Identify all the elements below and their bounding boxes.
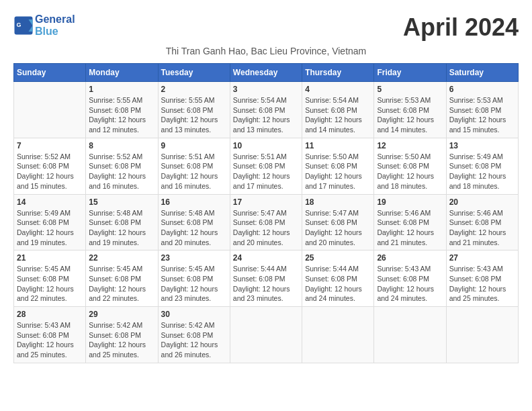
calendar-day-cell: 12Sunrise: 5:50 AM Sunset: 6:08 PM Dayli… <box>374 138 446 194</box>
calendar-day-cell: 1Sunrise: 5:55 AM Sunset: 6:08 PM Daylig… <box>86 82 158 138</box>
weekday-header-thursday: Thursday <box>302 64 374 82</box>
day-number: 21 <box>17 253 83 263</box>
day-number: 29 <box>89 310 154 319</box>
calendar-day-cell: 6Sunrise: 5:53 AM Sunset: 6:08 PM Daylig… <box>446 82 518 138</box>
day-number: 22 <box>89 253 154 263</box>
day-number: 24 <box>233 253 299 263</box>
calendar-week-row: 14Sunrise: 5:49 AM Sunset: 6:08 PM Dayli… <box>14 194 519 250</box>
day-number: 3 <box>233 85 299 94</box>
calendar-day-cell: 13Sunrise: 5:49 AM Sunset: 6:08 PM Dayli… <box>446 138 518 194</box>
day-info: Sunrise: 5:50 AM Sunset: 6:08 PM Dayligh… <box>305 152 371 191</box>
day-number: 2 <box>161 85 227 94</box>
day-info: Sunrise: 5:51 AM Sunset: 6:08 PM Dayligh… <box>233 152 299 191</box>
day-number: 7 <box>17 141 83 150</box>
day-info: Sunrise: 5:43 AM Sunset: 6:08 PM Dayligh… <box>377 264 443 304</box>
calendar-day-cell: 10Sunrise: 5:51 AM Sunset: 6:08 PM Dayli… <box>230 138 302 194</box>
logo-line2: Blue <box>35 26 75 38</box>
day-number: 5 <box>377 85 443 94</box>
calendar-day-cell: 27Sunrise: 5:43 AM Sunset: 6:08 PM Dayli… <box>446 250 518 307</box>
day-info: Sunrise: 5:47 AM Sunset: 6:08 PM Dayligh… <box>233 208 299 248</box>
calendar-day-cell: 28Sunrise: 5:43 AM Sunset: 6:08 PM Dayli… <box>14 307 86 363</box>
day-info: Sunrise: 5:53 AM Sunset: 6:08 PM Dayligh… <box>377 95 443 135</box>
page-title: April 2024 <box>403 13 519 42</box>
calendar-day-cell: 19Sunrise: 5:46 AM Sunset: 6:08 PM Dayli… <box>374 194 446 250</box>
day-number: 12 <box>377 141 443 150</box>
weekday-header-wednesday: Wednesday <box>230 64 302 82</box>
day-number: 23 <box>161 253 227 263</box>
day-number: 13 <box>449 141 515 150</box>
day-info: Sunrise: 5:45 AM Sunset: 6:08 PM Dayligh… <box>161 264 227 304</box>
day-info: Sunrise: 5:42 AM Sunset: 6:08 PM Dayligh… <box>89 320 154 360</box>
day-info: Sunrise: 5:46 AM Sunset: 6:08 PM Dayligh… <box>449 208 515 248</box>
calendar-day-cell: 8Sunrise: 5:52 AM Sunset: 6:08 PM Daylig… <box>86 138 158 194</box>
day-number: 30 <box>161 310 227 319</box>
calendar-day-cell: 5Sunrise: 5:53 AM Sunset: 6:08 PM Daylig… <box>374 82 446 138</box>
day-info: Sunrise: 5:50 AM Sunset: 6:08 PM Dayligh… <box>377 152 443 191</box>
day-number: 9 <box>161 141 227 150</box>
day-info: Sunrise: 5:52 AM Sunset: 6:08 PM Dayligh… <box>17 152 83 191</box>
day-number: 28 <box>17 310 83 319</box>
calendar-day-cell <box>230 307 302 363</box>
day-number: 6 <box>449 85 515 94</box>
day-info: Sunrise: 5:47 AM Sunset: 6:08 PM Dayligh… <box>305 208 371 248</box>
day-number: 11 <box>305 141 371 150</box>
day-info: Sunrise: 5:45 AM Sunset: 6:08 PM Dayligh… <box>17 264 83 304</box>
day-info: Sunrise: 5:49 AM Sunset: 6:08 PM Dayligh… <box>449 152 515 191</box>
day-info: Sunrise: 5:45 AM Sunset: 6:08 PM Dayligh… <box>89 264 154 304</box>
day-info: Sunrise: 5:48 AM Sunset: 6:08 PM Dayligh… <box>161 208 227 248</box>
day-number: 14 <box>17 197 83 207</box>
weekday-header-tuesday: Tuesday <box>158 64 230 82</box>
calendar-day-cell: 26Sunrise: 5:43 AM Sunset: 6:08 PM Dayli… <box>374 250 446 307</box>
weekday-header-saturday: Saturday <box>446 64 518 82</box>
day-info: Sunrise: 5:43 AM Sunset: 6:08 PM Dayligh… <box>17 320 83 360</box>
day-info: Sunrise: 5:54 AM Sunset: 6:08 PM Dayligh… <box>233 95 299 135</box>
calendar-day-cell: 23Sunrise: 5:45 AM Sunset: 6:08 PM Dayli… <box>158 250 230 307</box>
calendar-day-cell: 16Sunrise: 5:48 AM Sunset: 6:08 PM Dayli… <box>158 194 230 250</box>
day-info: Sunrise: 5:55 AM Sunset: 6:08 PM Dayligh… <box>89 95 154 135</box>
day-number: 8 <box>89 141 154 150</box>
calendar-day-cell: 20Sunrise: 5:46 AM Sunset: 6:08 PM Dayli… <box>446 194 518 250</box>
calendar-day-cell: 15Sunrise: 5:48 AM Sunset: 6:08 PM Dayli… <box>86 194 158 250</box>
day-info: Sunrise: 5:46 AM Sunset: 6:08 PM Dayligh… <box>377 208 443 248</box>
day-number: 1 <box>89 85 154 94</box>
calendar-day-cell <box>14 82 86 138</box>
location-subtitle: Thi Tran Ganh Hao, Bac Lieu Province, Vi… <box>13 46 519 56</box>
day-number: 18 <box>305 197 371 207</box>
logo-line1: General <box>35 13 75 26</box>
calendar-day-cell: 22Sunrise: 5:45 AM Sunset: 6:08 PM Dayli… <box>86 250 158 307</box>
day-info: Sunrise: 5:44 AM Sunset: 6:08 PM Dayligh… <box>305 264 371 304</box>
calendar-week-row: 21Sunrise: 5:45 AM Sunset: 6:08 PM Dayli… <box>14 250 519 307</box>
calendar-day-cell: 11Sunrise: 5:50 AM Sunset: 6:08 PM Dayli… <box>302 138 374 194</box>
calendar-week-row: 1Sunrise: 5:55 AM Sunset: 6:08 PM Daylig… <box>14 82 519 138</box>
day-info: Sunrise: 5:42 AM Sunset: 6:08 PM Dayligh… <box>161 320 227 360</box>
calendar-day-cell: 21Sunrise: 5:45 AM Sunset: 6:08 PM Dayli… <box>14 250 86 307</box>
calendar-day-cell: 14Sunrise: 5:49 AM Sunset: 6:08 PM Dayli… <box>14 194 86 250</box>
day-info: Sunrise: 5:53 AM Sunset: 6:08 PM Dayligh… <box>449 95 515 135</box>
day-number: 19 <box>377 197 443 207</box>
calendar-day-cell: 17Sunrise: 5:47 AM Sunset: 6:08 PM Dayli… <box>230 194 302 250</box>
calendar-day-cell: 29Sunrise: 5:42 AM Sunset: 6:08 PM Dayli… <box>86 307 158 363</box>
calendar-week-row: 28Sunrise: 5:43 AM Sunset: 6:08 PM Dayli… <box>14 307 519 363</box>
calendar-day-cell <box>302 307 374 363</box>
day-info: Sunrise: 5:43 AM Sunset: 6:08 PM Dayligh… <box>449 264 515 304</box>
calendar-day-cell: 3Sunrise: 5:54 AM Sunset: 6:08 PM Daylig… <box>230 82 302 138</box>
day-number: 20 <box>449 197 515 207</box>
calendar-week-row: 7Sunrise: 5:52 AM Sunset: 6:08 PM Daylig… <box>14 138 519 194</box>
day-number: 25 <box>305 253 371 263</box>
day-number: 16 <box>161 197 227 207</box>
day-info: Sunrise: 5:55 AM Sunset: 6:08 PM Dayligh… <box>161 95 227 135</box>
svg-text:G: G <box>17 21 21 28</box>
calendar-day-cell: 4Sunrise: 5:54 AM Sunset: 6:08 PM Daylig… <box>302 82 374 138</box>
day-info: Sunrise: 5:51 AM Sunset: 6:08 PM Dayligh… <box>161 152 227 191</box>
weekday-header-monday: Monday <box>86 64 158 82</box>
day-number: 15 <box>89 197 154 207</box>
day-info: Sunrise: 5:52 AM Sunset: 6:08 PM Dayligh… <box>89 152 154 191</box>
day-number: 17 <box>233 197 299 207</box>
day-info: Sunrise: 5:49 AM Sunset: 6:08 PM Dayligh… <box>17 208 83 248</box>
day-info: Sunrise: 5:44 AM Sunset: 6:08 PM Dayligh… <box>233 264 299 304</box>
calendar-day-cell: 18Sunrise: 5:47 AM Sunset: 6:08 PM Dayli… <box>302 194 374 250</box>
weekday-header-friday: Friday <box>374 64 446 82</box>
logo: G General Blue <box>13 13 75 37</box>
calendar-day-cell: 24Sunrise: 5:44 AM Sunset: 6:08 PM Dayli… <box>230 250 302 307</box>
day-info: Sunrise: 5:48 AM Sunset: 6:08 PM Dayligh… <box>89 208 154 248</box>
